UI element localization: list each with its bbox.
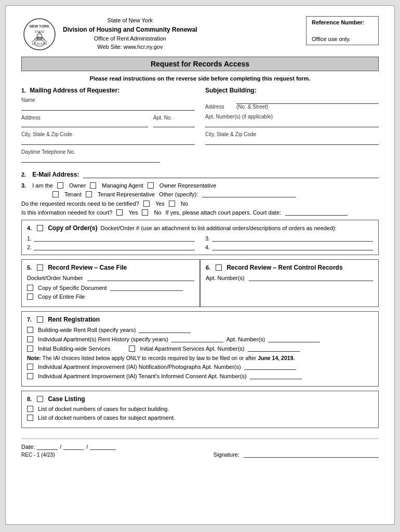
order-3-input[interactable]: [212, 235, 373, 242]
date-section: Date: / / REC - 1 (4/23): [21, 443, 116, 458]
subj-apt-label: Apt. Number(s) (if applicable): [205, 114, 379, 119]
subj-apt-group: Apt. Number(s) (if applicable): [205, 114, 379, 127]
order-1-input[interactable]: [34, 235, 195, 242]
apt-history-label: Individual Apartment(s) Rent History (sp…: [38, 336, 168, 342]
docket-label: Docket/Order Number: [27, 275, 83, 281]
division-name: Division of Housing and Community Renewa…: [63, 25, 197, 34]
email-input[interactable]: [83, 171, 379, 178]
office-name: Office of Rent Administration: [63, 34, 197, 43]
iai-notification-checkbox[interactable]: [27, 364, 33, 370]
note-date: June 14, 2019.: [258, 355, 295, 361]
city-field-group: City, State & Zip Code: [21, 131, 195, 145]
address-input[interactable]: [21, 121, 148, 127]
owner-rep-checkbox[interactable]: [148, 182, 154, 189]
name-input[interactable]: [21, 104, 195, 111]
entire-file-checkbox[interactable]: [27, 294, 33, 300]
apt-input[interactable]: [153, 121, 195, 127]
subj-city-group: City, State & Zip Code: [205, 131, 379, 145]
entire-file-label: Copy of Entire File: [38, 294, 85, 300]
address-group: Address: [21, 115, 148, 127]
iai-consent-input[interactable]: [250, 373, 302, 379]
initial-bldg-checkbox[interactable]: [27, 345, 33, 352]
rent-roll-checkbox[interactable]: [27, 327, 33, 333]
subj-address-input[interactable]: [236, 97, 379, 104]
docket-apartment-checkbox[interactable]: [27, 415, 33, 421]
rent-control-apt-label: Apt. Number(s): [206, 275, 245, 281]
court-yes-checkbox[interactable]: [116, 209, 123, 216]
specific-doc-input[interactable]: [110, 284, 183, 291]
tenant-checkbox[interactable]: [52, 191, 59, 197]
form-page: NEW YORK STATE EXCELSIOR: [5, 5, 395, 525]
court-date-input[interactable]: [285, 209, 348, 216]
svg-text:NEW YORK: NEW YORK: [30, 24, 49, 28]
section-6: 6. Record Review – Rent Control Records …: [200, 259, 379, 307]
form-title: Request for Records Access: [21, 57, 379, 71]
managing-agent-label: Managing Agent: [102, 182, 143, 189]
owner-label: Owner: [69, 182, 86, 189]
rent-control-apt-row: Apt. Number(s): [206, 274, 373, 281]
subj-address-row: Address (No. & Street): [205, 97, 379, 110]
other-input[interactable]: [202, 191, 296, 197]
mailing-address-section: 1. Mailing Address of Requester: Name Ad…: [21, 87, 195, 167]
apt-history-apt-input[interactable]: [268, 336, 320, 342]
date-year-input[interactable]: [90, 443, 116, 450]
specific-doc-row: Copy of Specific Document: [27, 284, 194, 291]
specific-doc-checkbox[interactable]: [27, 285, 33, 291]
note-content: The IAI choices listed below apply ONLY …: [43, 355, 257, 361]
certify-yes-checkbox[interactable]: [143, 201, 150, 207]
initial-bldg-label: Initial Building-wide Services: [38, 345, 110, 352]
section-5: 5. Record Review – Case File Docket/Orde…: [21, 259, 200, 307]
owner-checkbox[interactable]: [57, 182, 63, 189]
certify-no-checkbox[interactable]: [169, 201, 175, 207]
ny-state-logo: NEW YORK STATE EXCELSIOR: [21, 16, 58, 52]
website-text: Web Site: www.hcr.ny.gov: [63, 43, 197, 51]
section-4-description: Docket/Order # (use an attachment to lis…: [101, 225, 337, 231]
section-8-checkbox[interactable]: [37, 396, 43, 402]
form-code: REC - 1 (4/23): [21, 452, 116, 458]
phone-input[interactable]: [21, 156, 160, 163]
section-6-label: Record Review – Rent Control Records: [226, 264, 342, 271]
subj-apt-input[interactable]: [205, 121, 379, 127]
section-4-checkbox[interactable]: [37, 225, 43, 231]
date-field: Date: / /: [21, 443, 116, 450]
rent-roll-years-input[interactable]: [139, 326, 191, 333]
section-8-label: Case Listing: [48, 395, 85, 403]
court-no-checkbox[interactable]: [142, 209, 148, 216]
iai-notification-label: Individual Apartment Improvement (IAI) N…: [38, 364, 241, 370]
date-day-input[interactable]: [63, 443, 84, 450]
section-7: 7. Rent Registration Building-wide Rent …: [21, 311, 379, 387]
order-item-4: 4.: [205, 244, 373, 250]
apt-history-years-input[interactable]: [171, 336, 223, 342]
state-name: State of New York: [63, 16, 197, 25]
order-item-1: 1.: [27, 235, 195, 242]
tenant-rep-checkbox[interactable]: [86, 191, 92, 197]
date-slash-2: /: [86, 444, 88, 450]
iai-notification-input[interactable]: [244, 363, 296, 370]
subj-city-input[interactable]: [205, 138, 379, 145]
city-input[interactable]: [21, 138, 195, 145]
order-4-input[interactable]: [212, 244, 373, 250]
apt-history-checkbox[interactable]: [27, 336, 33, 342]
initial-apt-checkbox[interactable]: [129, 345, 135, 352]
section-5-number: 5.: [27, 264, 32, 271]
section-4-label: Copy of Order(s): [48, 224, 97, 232]
subject-building-section: Subject Building: Address (No. & Street)…: [205, 87, 379, 167]
name-field-group: Name: [21, 97, 195, 111]
section-6-checkbox[interactable]: [216, 264, 222, 271]
initial-apt-input[interactable]: [248, 345, 300, 352]
date-month-input[interactable]: [37, 443, 58, 450]
section-6-header: 6. Record Review – Rent Control Records: [206, 264, 373, 271]
rent-control-apt-input[interactable]: [249, 274, 373, 281]
section-2-number: 2.: [21, 171, 26, 178]
signature-input[interactable]: [244, 451, 379, 458]
docket-input[interactable]: [87, 274, 194, 281]
i-am-the-label: I am the: [32, 182, 53, 189]
iai-consent-checkbox[interactable]: [27, 373, 33, 379]
section-7-checkbox[interactable]: [37, 316, 43, 323]
managing-agent-checkbox[interactable]: [90, 182, 96, 189]
order-2-input[interactable]: [34, 244, 195, 250]
date-label: Date:: [21, 444, 35, 450]
website-url: www.hcr.ny.gov: [124, 44, 163, 50]
docket-building-checkbox[interactable]: [27, 406, 33, 412]
section-5-checkbox[interactable]: [37, 264, 43, 271]
